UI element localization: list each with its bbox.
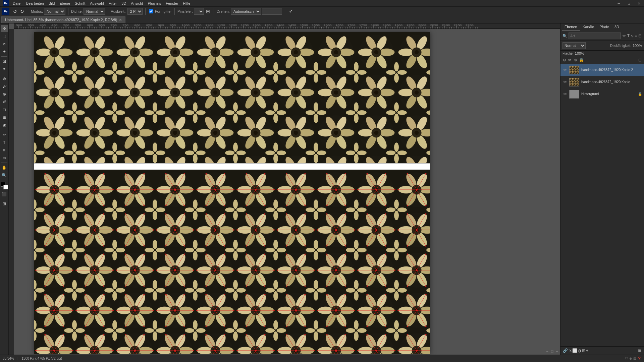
panel-icon-5[interactable]: ⊞ — [638, 33, 642, 39]
rotate-cw-btn[interactable]: ↻ — [19, 9, 25, 14]
layer-style-btn[interactable]: fx — [568, 348, 572, 353]
pen-tool[interactable]: ✏ — [1, 131, 8, 138]
gradient-tool[interactable]: ▦ — [1, 114, 8, 121]
quick-mask-tool[interactable]: ⬛ — [1, 190, 8, 198]
eraser-tool[interactable]: ◻ — [1, 106, 8, 113]
menu-bild[interactable]: Bild — [47, 1, 57, 6]
menu-ansicht[interactable]: Ansicht — [129, 1, 145, 6]
history-brush-tool[interactable]: ↺ — [1, 98, 8, 106]
tab-kanaele[interactable]: Kanäle — [580, 23, 597, 31]
tool-separator — [1, 56, 7, 57]
menu-fenster[interactable]: Fenster — [164, 1, 180, 6]
ausbreit-select[interactable]: 2 Px — [127, 8, 143, 15]
drehen-select[interactable]: Automatisch — [231, 8, 261, 15]
formgitter-checkbox[interactable] — [149, 9, 153, 13]
adjustment-layer-btn[interactable]: ◑ — [578, 348, 582, 353]
blend-mode-select[interactable]: Normal — [562, 42, 586, 49]
drehen-input[interactable] — [262, 8, 282, 15]
status-icon-3[interactable]: ⊡ — [633, 357, 636, 360]
canvas-fit-btn[interactable]: □ — [550, 349, 555, 354]
toolbar-separator-5 — [174, 8, 175, 15]
zoom-tool[interactable]: 🔍 — [1, 172, 8, 179]
view-mode-btn[interactable]: ⊞ — [1, 200, 8, 207]
fg-bg-colors[interactable] — [1, 182, 8, 189]
delete-layer-btn[interactable]: 🗑 — [637, 348, 642, 353]
layer-item-2[interactable]: 👁 Hintergrund 🔒 — [560, 88, 644, 100]
shape-tool[interactable]: ▭ — [1, 154, 8, 162]
tab-close-btn[interactable]: ✕ — [119, 18, 122, 22]
toolbar-separator-2 — [68, 8, 68, 15]
win-minimize[interactable]: ─ — [614, 0, 624, 7]
panel-icon-3[interactable]: ⎋ — [631, 33, 634, 39]
drehen-group: Drehen: Automatisch — [217, 8, 282, 15]
path-tool[interactable]: ⌗ — [1, 146, 8, 154]
tool-separator-4 — [1, 163, 7, 163]
flache-value: 100% — [575, 51, 584, 55]
menu-ebene[interactable]: Ebene — [57, 1, 72, 6]
quick-select-tool[interactable]: ✦ — [1, 48, 8, 55]
hand-tool[interactable]: ✋ — [1, 164, 8, 171]
menu-plugins[interactable]: Plug-ins — [146, 1, 163, 6]
dichte-group: Dichte: Normal — [71, 8, 105, 15]
tab-ebenen[interactable]: Ebenen — [562, 23, 580, 31]
menu-auswahl[interactable]: Auswahl — [88, 1, 106, 6]
clone-tool[interactable]: ⊕ — [1, 90, 8, 98]
pinsfeler-select[interactable] — [194, 8, 204, 15]
menu-3d[interactable]: 3D — [119, 1, 128, 6]
move-tool[interactable]: ✛ — [1, 25, 8, 32]
layer-item-0[interactable]: 👁 handmade-4926872_1920 Kopie 2 — [560, 64, 644, 76]
layer-visibility-2[interactable]: 👁 — [562, 92, 568, 97]
panel-icon-2[interactable]: T — [627, 33, 630, 39]
tab-3d[interactable]: 3D — [612, 23, 622, 31]
link-layers-btn[interactable]: 🔗 — [562, 348, 568, 353]
brush-tool[interactable]: 🖌 — [1, 83, 8, 90]
action-buttons: ✓ — [288, 8, 294, 14]
canvas-zoom-out-btn[interactable]: − — [545, 349, 549, 354]
modus-select[interactable]: Normal — [44, 8, 65, 15]
pinsfeler-icon-btn[interactable]: ⊞ — [205, 9, 211, 14]
layer-visibility-1[interactable]: 👁 — [562, 79, 568, 85]
panel-icon-4[interactable]: ≡ — [634, 33, 637, 39]
type-tool[interactable]: T — [1, 139, 8, 146]
lasso-tool[interactable]: ⌀ — [1, 40, 8, 48]
search-icon: 🔍 — [562, 34, 567, 38]
spot-heal-tool[interactable]: ⊛ — [1, 75, 8, 82]
rotate-ccw-btn[interactable]: ↺ — [12, 9, 18, 14]
menu-hilfe[interactable]: Hilfe — [181, 1, 192, 6]
new-layer-btn[interactable]: + — [586, 348, 589, 353]
dichte-select[interactable]: Normal — [84, 8, 105, 15]
layer-fill-btn[interactable]: ⊡ — [638, 57, 642, 63]
layer-item-1[interactable]: 👁 handmade-4926872_1920 Kopie — [560, 76, 644, 88]
document-tab[interactable]: Unbenannt-1 bei 85,3% (handmade-4926872_… — [1, 16, 125, 23]
select-tool[interactable]: ⬚ — [1, 33, 8, 40]
flache-label: Fläche: — [562, 52, 574, 55]
status-icon-2[interactable]: ⊕ — [629, 357, 632, 360]
group-layers-btn[interactable]: ⊞ — [582, 348, 586, 353]
menu-filter[interactable]: Filter — [107, 1, 119, 6]
layer-visibility-0[interactable]: 👁 — [562, 67, 568, 73]
win-close[interactable]: ✕ — [634, 0, 644, 7]
menu-datei[interactable]: Datei — [11, 1, 23, 6]
lock-position-btn[interactable]: ⊕ — [573, 57, 577, 63]
layers-search-input[interactable] — [569, 33, 621, 39]
layer-mask-btn[interactable]: ⬜ — [572, 348, 578, 353]
status-icon-1[interactable]: ⬚ — [625, 357, 628, 360]
tab-pfade[interactable]: Pfade — [597, 23, 612, 31]
canvas-zoom-in-btn[interactable]: + — [555, 349, 559, 354]
lock-pixels-btn[interactable]: ✏ — [568, 57, 572, 63]
win-maximize[interactable]: □ — [624, 0, 634, 7]
panel-icon-1[interactable]: ✏ — [622, 33, 626, 39]
crop-tool[interactable]: ⊡ — [1, 58, 8, 65]
bg-color[interactable] — [3, 185, 8, 189]
status-icon-4[interactable]: ❓ — [637, 357, 641, 360]
blur-tool[interactable]: ◉ — [1, 121, 8, 129]
lock-all-btn[interactable]: 🔒 — [579, 57, 584, 63]
menu-bearbeiten[interactable]: Bearbeiten — [24, 1, 46, 6]
bottom-canvas — [34, 170, 430, 354]
photoshop-canvas[interactable] — [34, 32, 430, 354]
check-btn[interactable]: ✓ — [288, 8, 294, 14]
menu-schrift[interactable]: Schrift — [73, 1, 87, 6]
eyedropper-tool[interactable]: ✒ — [1, 65, 8, 73]
lock-transparent-btn[interactable]: ⊘ — [562, 57, 567, 63]
canvas-area[interactable]: − □ + — [9, 23, 560, 355]
